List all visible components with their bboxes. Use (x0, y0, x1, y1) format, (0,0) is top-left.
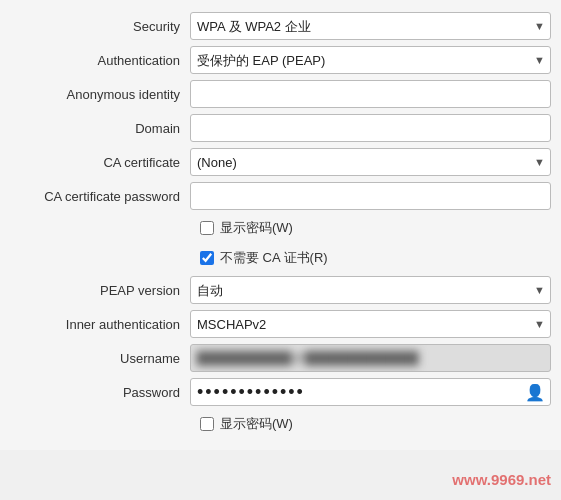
security-label: Security (0, 19, 190, 34)
show-password-row: 显示密码(W) (0, 214, 561, 242)
ca-certificate-row: CA certificate (None) ▼ (0, 146, 561, 178)
peap-version-select[interactable]: 自动 (190, 276, 551, 304)
peap-version-row: PEAP version 自动 ▼ (0, 274, 561, 306)
domain-control (190, 114, 551, 142)
domain-input[interactable] (190, 114, 551, 142)
anonymous-identity-row: Anonymous identity (0, 78, 561, 110)
username-control: ██████████@████████████ (190, 344, 551, 372)
authentication-label: Authentication (0, 53, 190, 68)
anonymous-identity-label: Anonymous identity (0, 87, 190, 102)
domain-label: Domain (0, 121, 190, 136)
password-reveal-icon[interactable]: 👤 (525, 383, 545, 402)
ca-cert-password-row: CA certificate password (0, 180, 561, 212)
ca-certificate-select-wrapper: (None) ▼ (190, 148, 551, 176)
password-input[interactable] (190, 378, 551, 406)
wifi-security-form: Security WPA 及 WPA2 企业 ▼ Authentication … (0, 0, 561, 450)
username-label: Username (0, 351, 190, 366)
peap-version-label: PEAP version (0, 283, 190, 298)
peap-version-control: 自动 ▼ (190, 276, 551, 304)
password-wrapper: 👤 (190, 378, 551, 406)
password-control: 👤 (190, 378, 551, 406)
ca-certificate-label: CA certificate (0, 155, 190, 170)
show-password2-row: 显示密码(W) (0, 410, 561, 438)
authentication-select-wrapper: 受保护的 EAP (PEAP) ▼ (190, 46, 551, 74)
show-password-label[interactable]: 显示密码(W) (200, 219, 293, 237)
anonymous-identity-input[interactable] (190, 80, 551, 108)
show-password-text: 显示密码(W) (220, 219, 293, 237)
no-ca-cert-row: 不需要 CA 证书(R) (0, 244, 561, 272)
inner-auth-select-wrapper: MSCHAPv2 ▼ (190, 310, 551, 338)
no-ca-cert-text: 不需要 CA 证书(R) (220, 249, 328, 267)
inner-auth-row: Inner authentication MSCHAPv2 ▼ (0, 308, 561, 340)
username-blur-text: ██████████@████████████ (197, 351, 419, 365)
authentication-row: Authentication 受保护的 EAP (PEAP) ▼ (0, 44, 561, 76)
password-label: Password (0, 385, 190, 400)
ca-certificate-select[interactable]: (None) (190, 148, 551, 176)
domain-row: Domain (0, 112, 561, 144)
ca-cert-password-label: CA certificate password (0, 189, 190, 204)
watermark: www.9969.net (452, 471, 551, 488)
inner-auth-select[interactable]: MSCHAPv2 (190, 310, 551, 338)
peap-version-select-wrapper: 自动 ▼ (190, 276, 551, 304)
security-select[interactable]: WPA 及 WPA2 企业 (190, 12, 551, 40)
ca-cert-password-control (190, 182, 551, 210)
no-ca-cert-label[interactable]: 不需要 CA 证书(R) (200, 249, 328, 267)
password-row: Password 👤 (0, 376, 561, 408)
username-row: Username ██████████@████████████ (0, 342, 561, 374)
show-password2-label[interactable]: 显示密码(W) (200, 415, 293, 433)
ca-cert-password-input[interactable] (190, 182, 551, 210)
show-password2-text: 显示密码(W) (220, 415, 293, 433)
show-password2-checkbox[interactable] (200, 417, 214, 431)
no-ca-cert-checkbox[interactable] (200, 251, 214, 265)
security-select-wrapper: WPA 及 WPA2 企业 ▼ (190, 12, 551, 40)
inner-auth-label: Inner authentication (0, 317, 190, 332)
anonymous-identity-control (190, 80, 551, 108)
ca-certificate-control: (None) ▼ (190, 148, 551, 176)
security-row: Security WPA 及 WPA2 企业 ▼ (0, 10, 561, 42)
authentication-control: 受保护的 EAP (PEAP) ▼ (190, 46, 551, 74)
authentication-select[interactable]: 受保护的 EAP (PEAP) (190, 46, 551, 74)
inner-auth-control: MSCHAPv2 ▼ (190, 310, 551, 338)
username-blurred-field[interactable]: ██████████@████████████ (190, 344, 551, 372)
show-password-checkbox[interactable] (200, 221, 214, 235)
security-control: WPA 及 WPA2 企业 ▼ (190, 12, 551, 40)
